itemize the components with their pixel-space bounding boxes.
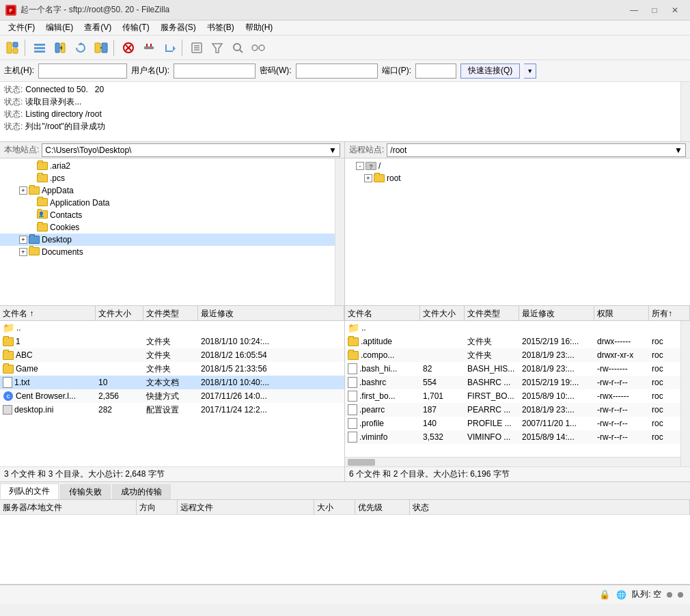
status-dot-1 — [667, 592, 672, 598]
file-row-1txt[interactable]: 1.txt 10 文本文档 2018/1/10 10:40:... — [0, 376, 344, 389]
host-input[interactable] — [38, 64, 127, 79]
status-line-3: 状态:Listing directory /root — [4, 108, 686, 120]
svg-rect-2 — [7, 42, 12, 53]
file-row-game[interactable]: Game 文件夹 2018/1/5 21:33:56 — [0, 362, 344, 376]
close-button[interactable]: ✕ — [665, 3, 685, 17]
tree-expander-slash[interactable]: - — [356, 162, 364, 170]
col-size-left[interactable]: 文件大小 — [96, 306, 143, 321]
menu-help[interactable]: 帮助(H) — [240, 20, 279, 35]
col-priority[interactable]: 优先级 — [355, 500, 410, 515]
col-perms-right[interactable]: 权限 — [594, 306, 649, 321]
file-row-1[interactable]: 1 文件夹 2018/1/10 10:24:... — [0, 335, 344, 348]
file-row-bashrc[interactable]: .bashrc 554 BASHRC ... 2015/2/19 19:... … — [345, 376, 690, 389]
col-type-left[interactable]: 文件类型 — [143, 306, 198, 321]
remote-path-dropdown-arrow: ▼ — [674, 145, 682, 155]
status-area: 状态:Connected to 50. 20 状态:读取目录列表... 状态:L… — [0, 82, 690, 142]
tree-item-appdata2[interactable]: Application Data — [0, 197, 344, 209]
col-modified-left[interactable]: 最近修改 — [198, 306, 344, 321]
quick-connect-button[interactable]: 快速连接(Q) — [460, 64, 520, 79]
folder-icon-game — [3, 365, 14, 374]
minimize-button[interactable]: — — [624, 3, 644, 17]
tree-label-appdata2: Application Data — [50, 198, 109, 208]
menu-transfer[interactable]: 传输(T) — [117, 20, 154, 35]
tab-queued-label: 列队的文件 — [9, 486, 50, 497]
tab-failed-transfer[interactable]: 传输失败 — [60, 484, 111, 499]
file-row-desktopini[interactable]: desktop.ini 282 配置设置 2017/11/24 12:2... — [0, 403, 344, 417]
col-modified-right[interactable]: 最近修改 — [519, 306, 594, 321]
tree-item-documents[interactable]: + Documents — [0, 246, 344, 258]
col-filename-left[interactable]: 文件名 ↑ — [0, 306, 96, 321]
file-row-firstbo[interactable]: .first_bo... 1,701 FIRST_BO... 2015/8/9 … — [345, 389, 690, 403]
local-path-dropdown[interactable]: C:\Users\Toyo\Desktop\ ▼ — [42, 143, 340, 157]
file-row-aptitude[interactable]: .aptitude 文件夹 2015/2/19 16:... drwx-----… — [345, 335, 690, 348]
search-button[interactable] — [228, 38, 247, 57]
tree-item-pcs[interactable]: .pcs — [0, 172, 344, 184]
svg-point-27 — [234, 44, 240, 51]
col-size-right[interactable]: 文件大小 — [420, 306, 465, 321]
tree-item-appdata[interactable]: + AppData — [0, 184, 344, 197]
tree-item-contacts[interactable]: 👤 Contacts — [0, 209, 344, 221]
file-row-up-right[interactable]: 📁 .. — [345, 321, 690, 335]
tree-item-root-slash[interactable]: - ? / — [345, 160, 690, 172]
pass-input[interactable] — [296, 64, 378, 79]
col-remote-file[interactable]: 远程文件 — [178, 500, 314, 515]
left-tree-scrollbar[interactable] — [335, 158, 344, 305]
compare-button[interactable] — [249, 38, 268, 57]
file-row-viminfo[interactable]: .viminfo 3,532 VIMINFO ... 2015/8/9 14:.… — [345, 430, 690, 444]
file-row-profile[interactable]: .profile 140 PROFILE ... 2007/11/20 1...… — [345, 417, 690, 430]
menu-view[interactable]: 查看(V) — [79, 20, 117, 35]
reconnect-button[interactable] — [160, 38, 179, 57]
file-row-centbrowser[interactable]: C Cent Browser.l... 2,356 快捷方式 2017/11/2… — [0, 389, 344, 403]
tree-item-aria2[interactable]: .aria2 — [0, 160, 344, 172]
col-owner-right[interactable]: 所有↑ — [649, 306, 690, 321]
sync-browse-button[interactable] — [92, 38, 111, 57]
tab-queued-files[interactable]: 列队的文件 — [0, 484, 59, 499]
maximize-button[interactable]: □ — [645, 3, 664, 17]
tree-expander-appdata[interactable]: + — [19, 186, 27, 195]
col-filename-right[interactable]: 文件名 — [345, 306, 420, 321]
tree-expander-desktop[interactable]: + — [19, 236, 27, 244]
menu-edit[interactable]: 编辑(E) — [40, 20, 79, 35]
status-scrollbar[interactable] — [680, 82, 690, 141]
col-status-transfer[interactable]: 状态 — [410, 500, 690, 515]
menu-bookmark[interactable]: 书签(B) — [202, 20, 240, 35]
col-type-right[interactable]: 文件类型 — [465, 306, 519, 321]
right-hscrollbar[interactable] — [345, 457, 680, 466]
left-tree-header: 本地站点: C:\Users\Toyo\Desktop\ ▼ — [0, 142, 344, 158]
quick-connect-dropdown[interactable]: ▼ — [524, 64, 536, 79]
port-input[interactable] — [415, 64, 456, 79]
tree-item-root[interactable]: + root — [345, 172, 690, 184]
status-dot-2 — [678, 592, 683, 598]
tree-label-desktop: Desktop — [42, 235, 72, 244]
file-row-up-left[interactable]: 📁 .. — [0, 321, 344, 335]
user-input[interactable] — [174, 64, 256, 79]
file-row-bash-history[interactable]: .bash_hi... 82 BASH_HIS... 2018/1/9 23:.… — [345, 362, 690, 376]
filter-button[interactable] — [208, 38, 227, 57]
transfer-button[interactable] — [51, 38, 70, 57]
right-file-scrollbar[interactable] — [680, 321, 690, 466]
right-file-body: 📁 .. .aptitude 文件夹 2015/2/19 16:... drwx… — [345, 321, 690, 466]
col-direction[interactable]: 方向 — [137, 500, 178, 515]
tree-expander-documents[interactable]: + — [19, 248, 27, 256]
col-size-transfer[interactable]: 大小 — [314, 500, 355, 515]
refresh-button[interactable] — [71, 38, 90, 57]
tab-successful-transfer[interactable]: 成功的传输 — [112, 484, 171, 499]
tree-expander-root[interactable]: + — [364, 174, 372, 182]
svg-line-28 — [240, 50, 243, 53]
file-name-aptitude: .aptitude — [361, 337, 392, 346]
menu-file[interactable]: 文件(F) — [3, 20, 40, 35]
left-file-body: 📁 .. 1 文件夹 2018/1/10 10:24:... — [0, 321, 344, 466]
file-row-compo[interactable]: .compo... 文件夹 2018/1/9 23:... drwxr-xr-x… — [345, 348, 690, 362]
menu-server[interactable]: 服务器(S) — [155, 20, 202, 35]
tree-item-cookies[interactable]: Cookies — [0, 221, 344, 234]
tree-item-desktop[interactable]: + Desktop — [0, 234, 344, 246]
queue-button[interactable] — [30, 38, 49, 57]
site-manager-button[interactable] — [3, 38, 22, 57]
file-row-pearrc[interactable]: .pearrc 187 PEARRC ... 2018/1/9 23:... -… — [345, 403, 690, 417]
filelisting-button[interactable] — [187, 38, 206, 57]
remote-path-dropdown[interactable]: /root ▼ — [387, 143, 686, 157]
file-row-abc[interactable]: ABC 文件夹 2018/1/2 16:05:54 — [0, 348, 344, 362]
col-server-local[interactable]: 服务器/本地文件 — [0, 500, 137, 515]
cancel-button-tb[interactable] — [119, 38, 138, 57]
disconnect-button[interactable] — [139, 38, 158, 57]
